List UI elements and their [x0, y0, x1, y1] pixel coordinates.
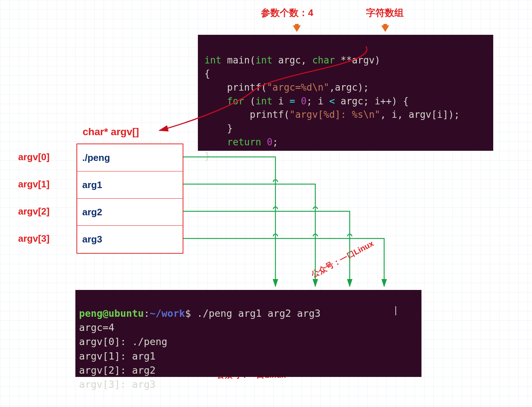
code-token: ,argc); — [329, 82, 369, 93]
argv-index-label: argv[0] — [18, 151, 50, 163]
code-token: for — [204, 96, 244, 107]
argv-index-label: argv[1] — [18, 179, 50, 190]
argv-array-label: 字符数组 — [366, 7, 404, 19]
code-token: main( — [221, 55, 255, 66]
code-token: printf( — [204, 82, 267, 93]
terminal-output: argc=4 — [79, 322, 115, 333]
argc-count-label: 参数个数：4 — [261, 7, 313, 19]
terminal-path: ~/work — [150, 308, 185, 319]
argv-cell: arg2 — [77, 199, 183, 226]
argv-table: ./peng arg1 arg2 arg3 — [76, 144, 183, 254]
code-token: { — [204, 68, 210, 79]
code-token: "argv[%d]: %s\n" — [290, 109, 380, 120]
code-token: int — [255, 55, 273, 66]
code-token: int — [255, 96, 273, 107]
terminal-output: argv[3]: arg3 — [79, 379, 155, 390]
code-token: printf( — [204, 109, 290, 120]
code-token: 0 — [301, 96, 307, 107]
code-token — [295, 96, 301, 107]
char-argv-label: char* argv[] — [83, 126, 139, 138]
code-token — [261, 137, 267, 148]
code-block: int main(int argc, char **argv) { printf… — [198, 35, 493, 151]
terminal-output: argv[2]: arg2 — [79, 365, 155, 376]
code-token: } — [204, 123, 233, 134]
code-token: , i, argv[i]); — [380, 109, 460, 120]
code-token: "argc=%d\n" — [267, 82, 329, 93]
code-token: } — [204, 150, 210, 161]
arrow-down-icon — [381, 25, 389, 32]
argv-cell: ./peng — [77, 144, 183, 171]
code-token: int — [204, 55, 221, 66]
code-token: char — [312, 55, 335, 66]
code-token: **argv) — [335, 55, 380, 66]
code-token: 0 — [267, 137, 273, 148]
arrow-down-icon — [293, 25, 301, 32]
terminal-dollar: $ — [185, 308, 197, 319]
terminal-block: peng@ubuntu:~/work$ ./peng arg1 arg2 arg… — [75, 290, 421, 377]
argv-index-label: argv[2] — [18, 206, 50, 217]
argv-cell: arg1 — [77, 171, 183, 199]
terminal-output: argv[0]: ./peng — [79, 336, 167, 347]
argv-index-label: argv[3] — [18, 233, 50, 244]
terminal-sep: : — [144, 308, 150, 319]
code-token: ; i — [307, 96, 329, 107]
terminal-cmd: ./peng arg1 arg2 arg3 — [197, 308, 320, 319]
code-token: < — [329, 96, 335, 107]
code-token: ( — [244, 96, 255, 107]
terminal-output: argv[1]: arg1 — [79, 350, 155, 362]
code-token: return — [204, 137, 261, 148]
code-token: argc, — [273, 55, 312, 66]
code-token: ; — [273, 137, 278, 148]
argv-cell: arg3 — [77, 226, 183, 253]
code-token: = — [290, 96, 295, 107]
terminal-user: peng@ubuntu — [79, 308, 144, 319]
code-token: argc; i++) { — [335, 96, 409, 107]
code-token: i — [273, 96, 290, 107]
